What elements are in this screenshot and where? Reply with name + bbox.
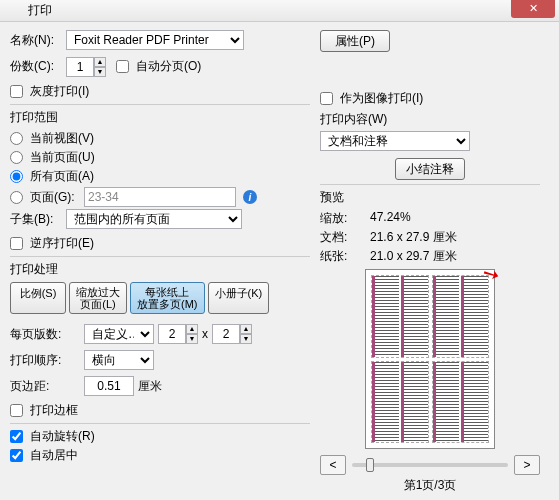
- preview-area: [365, 269, 495, 449]
- margin-input[interactable]: [84, 376, 134, 396]
- range-all-pages-radio[interactable]: [10, 170, 23, 183]
- printer-select[interactable]: Foxit Reader PDF Printer: [66, 30, 244, 50]
- next-page-button[interactable]: >: [514, 455, 540, 475]
- collate-label: 自动分页(O): [136, 58, 201, 75]
- print-as-image-checkbox[interactable]: [320, 92, 333, 105]
- subset-label: 子集(B):: [10, 211, 62, 228]
- collate-checkbox[interactable]: [116, 60, 129, 73]
- paper-size-value: 21.0 x 29.7 厘米: [370, 248, 457, 265]
- preview-page: [371, 275, 429, 358]
- summarize-comments-button[interactable]: 小结注释: [395, 158, 465, 180]
- close-button[interactable]: ✕: [511, 0, 555, 18]
- grayscale-label: 灰度打印(I): [30, 83, 89, 100]
- handling-fit-button[interactable]: 缩放过大 页面(L): [69, 282, 127, 314]
- cols-spinner[interactable]: ▲▼: [158, 324, 198, 344]
- zoom-value: 47.24%: [370, 210, 411, 227]
- copies-spinner[interactable]: ▲▼: [66, 57, 106, 77]
- range-current-page-radio[interactable]: [10, 151, 23, 164]
- handling-booklet-button[interactable]: 小册子(K): [208, 282, 270, 314]
- printer-name-label: 名称(N):: [10, 32, 62, 49]
- print-range-title: 打印范围: [10, 109, 310, 126]
- pages-input[interactable]: [84, 187, 236, 207]
- print-content-label: 打印内容(W): [320, 111, 540, 128]
- grayscale-checkbox[interactable]: [10, 85, 23, 98]
- slider-thumb-icon[interactable]: [366, 458, 374, 472]
- prev-page-button[interactable]: <: [320, 455, 346, 475]
- auto-rotate-checkbox[interactable]: [10, 430, 23, 443]
- spin-down-icon[interactable]: ▼: [94, 67, 106, 77]
- copies-input[interactable]: [66, 57, 94, 77]
- reverse-checkbox[interactable]: [10, 237, 23, 250]
- subset-select[interactable]: 范围内的所有页面: [66, 209, 242, 229]
- handling-multi-button[interactable]: 每张纸上 放置多页(M): [130, 282, 205, 314]
- copies-label: 份数(C):: [10, 58, 62, 75]
- print-content-select[interactable]: 文档和注释: [320, 131, 470, 151]
- handling-scale-button[interactable]: 比例(S): [10, 282, 66, 314]
- per-sheet-label: 每页版数:: [10, 326, 80, 343]
- auto-center-checkbox[interactable]: [10, 449, 23, 462]
- margin-label: 页边距:: [10, 378, 80, 395]
- preview-page: [371, 361, 429, 444]
- preview-page: [432, 361, 490, 444]
- range-pages-radio[interactable]: [10, 191, 23, 204]
- per-sheet-mode-select[interactable]: 自定义…: [84, 324, 154, 344]
- range-current-view-radio[interactable]: [10, 132, 23, 145]
- print-border-checkbox[interactable]: [10, 404, 23, 417]
- print-handling-title: 打印处理: [10, 261, 310, 278]
- preview-title: 预览: [320, 189, 540, 206]
- properties-button[interactable]: 属性(P): [320, 30, 390, 52]
- page-indicator: 第1页/3页: [320, 477, 540, 494]
- info-icon[interactable]: i: [243, 190, 257, 204]
- page-slider[interactable]: [352, 463, 508, 467]
- order-label: 打印顺序:: [10, 352, 80, 369]
- window-title: 打印: [28, 2, 52, 19]
- preview-page: [432, 275, 490, 358]
- rows-spinner[interactable]: ▲▼: [212, 324, 252, 344]
- titlebar: 打印 ✕: [0, 0, 559, 22]
- doc-size-value: 21.6 x 27.9 厘米: [370, 229, 457, 246]
- order-select[interactable]: 横向: [84, 350, 154, 370]
- spin-up-icon[interactable]: ▲: [94, 57, 106, 67]
